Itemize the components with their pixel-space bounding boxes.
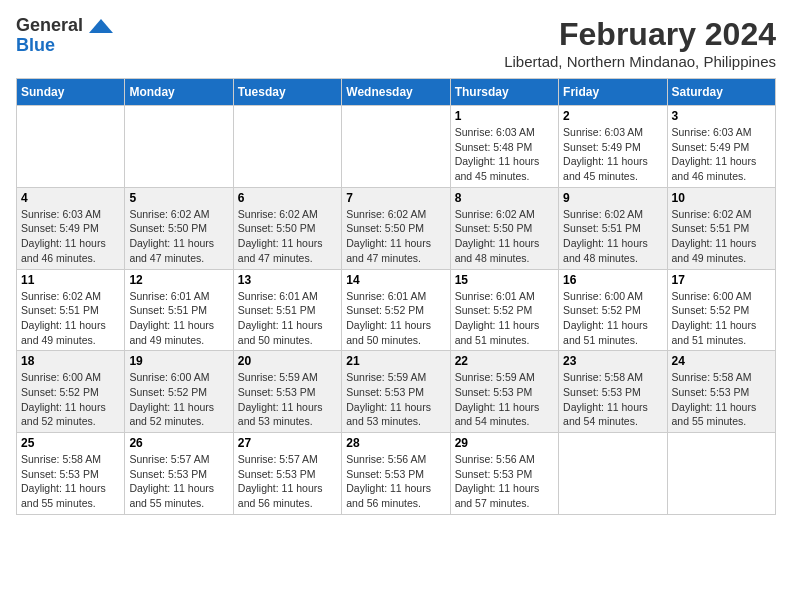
day-info: Sunrise: 6:02 AMSunset: 5:50 PMDaylight:… bbox=[238, 207, 337, 266]
calendar-cell: 27Sunrise: 5:57 AMSunset: 5:53 PMDayligh… bbox=[233, 433, 341, 515]
calendar-week-row: 11Sunrise: 6:02 AMSunset: 5:51 PMDayligh… bbox=[17, 269, 776, 351]
calendar-cell bbox=[342, 106, 450, 188]
calendar-cell: 3Sunrise: 6:03 AMSunset: 5:49 PMDaylight… bbox=[667, 106, 775, 188]
day-number: 8 bbox=[455, 191, 554, 205]
calendar-cell bbox=[559, 433, 667, 515]
calendar-cell: 25Sunrise: 5:58 AMSunset: 5:53 PMDayligh… bbox=[17, 433, 125, 515]
day-info: Sunrise: 5:58 AMSunset: 5:53 PMDaylight:… bbox=[672, 370, 771, 429]
calendar-cell: 17Sunrise: 6:00 AMSunset: 5:52 PMDayligh… bbox=[667, 269, 775, 351]
day-number: 13 bbox=[238, 273, 337, 287]
day-info: Sunrise: 6:00 AMSunset: 5:52 PMDaylight:… bbox=[672, 289, 771, 348]
calendar-cell: 20Sunrise: 5:59 AMSunset: 5:53 PMDayligh… bbox=[233, 351, 341, 433]
day-number: 22 bbox=[455, 354, 554, 368]
calendar-cell: 15Sunrise: 6:01 AMSunset: 5:52 PMDayligh… bbox=[450, 269, 558, 351]
day-number: 9 bbox=[563, 191, 662, 205]
calendar-cell: 23Sunrise: 5:58 AMSunset: 5:53 PMDayligh… bbox=[559, 351, 667, 433]
calendar-week-row: 4Sunrise: 6:03 AMSunset: 5:49 PMDaylight… bbox=[17, 187, 776, 269]
page-header: General Blue February 2024 Libertad, Nor… bbox=[16, 16, 776, 70]
day-info: Sunrise: 5:58 AMSunset: 5:53 PMDaylight:… bbox=[21, 452, 120, 511]
calendar-cell: 16Sunrise: 6:00 AMSunset: 5:52 PMDayligh… bbox=[559, 269, 667, 351]
logo-icon bbox=[87, 17, 115, 35]
day-number: 14 bbox=[346, 273, 445, 287]
day-info: Sunrise: 6:02 AMSunset: 5:51 PMDaylight:… bbox=[21, 289, 120, 348]
calendar-cell: 4Sunrise: 6:03 AMSunset: 5:49 PMDaylight… bbox=[17, 187, 125, 269]
day-number: 6 bbox=[238, 191, 337, 205]
calendar-cell: 6Sunrise: 6:02 AMSunset: 5:50 PMDaylight… bbox=[233, 187, 341, 269]
calendar-week-row: 1Sunrise: 6:03 AMSunset: 5:48 PMDaylight… bbox=[17, 106, 776, 188]
day-number: 17 bbox=[672, 273, 771, 287]
calendar-header-sunday: Sunday bbox=[17, 79, 125, 106]
day-info: Sunrise: 6:01 AMSunset: 5:52 PMDaylight:… bbox=[346, 289, 445, 348]
calendar-cell bbox=[667, 433, 775, 515]
day-info: Sunrise: 6:02 AMSunset: 5:50 PMDaylight:… bbox=[346, 207, 445, 266]
day-number: 2 bbox=[563, 109, 662, 123]
day-info: Sunrise: 5:56 AMSunset: 5:53 PMDaylight:… bbox=[455, 452, 554, 511]
day-number: 10 bbox=[672, 191, 771, 205]
calendar-cell: 24Sunrise: 5:58 AMSunset: 5:53 PMDayligh… bbox=[667, 351, 775, 433]
day-info: Sunrise: 6:01 AMSunset: 5:51 PMDaylight:… bbox=[238, 289, 337, 348]
calendar-cell: 2Sunrise: 6:03 AMSunset: 5:49 PMDaylight… bbox=[559, 106, 667, 188]
day-number: 29 bbox=[455, 436, 554, 450]
title-area: February 2024 Libertad, Northern Mindana… bbox=[504, 16, 776, 70]
calendar-cell: 19Sunrise: 6:00 AMSunset: 5:52 PMDayligh… bbox=[125, 351, 233, 433]
day-number: 3 bbox=[672, 109, 771, 123]
calendar-cell: 12Sunrise: 6:01 AMSunset: 5:51 PMDayligh… bbox=[125, 269, 233, 351]
day-info: Sunrise: 6:00 AMSunset: 5:52 PMDaylight:… bbox=[563, 289, 662, 348]
day-number: 27 bbox=[238, 436, 337, 450]
calendar-cell bbox=[17, 106, 125, 188]
calendar-header-saturday: Saturday bbox=[667, 79, 775, 106]
calendar-header-row: SundayMondayTuesdayWednesdayThursdayFrid… bbox=[17, 79, 776, 106]
calendar-cell: 11Sunrise: 6:02 AMSunset: 5:51 PMDayligh… bbox=[17, 269, 125, 351]
day-info: Sunrise: 6:01 AMSunset: 5:52 PMDaylight:… bbox=[455, 289, 554, 348]
calendar-cell: 26Sunrise: 5:57 AMSunset: 5:53 PMDayligh… bbox=[125, 433, 233, 515]
calendar-header-friday: Friday bbox=[559, 79, 667, 106]
calendar-cell: 8Sunrise: 6:02 AMSunset: 5:50 PMDaylight… bbox=[450, 187, 558, 269]
calendar-cell: 10Sunrise: 6:02 AMSunset: 5:51 PMDayligh… bbox=[667, 187, 775, 269]
location-subtitle: Libertad, Northern Mindanao, Philippines bbox=[504, 53, 776, 70]
month-year-title: February 2024 bbox=[504, 16, 776, 53]
calendar-header-tuesday: Tuesday bbox=[233, 79, 341, 106]
day-info: Sunrise: 6:03 AMSunset: 5:49 PMDaylight:… bbox=[563, 125, 662, 184]
day-number: 4 bbox=[21, 191, 120, 205]
calendar-cell: 18Sunrise: 6:00 AMSunset: 5:52 PMDayligh… bbox=[17, 351, 125, 433]
day-info: Sunrise: 6:02 AMSunset: 5:51 PMDaylight:… bbox=[563, 207, 662, 266]
day-number: 19 bbox=[129, 354, 228, 368]
logo-general: General bbox=[16, 16, 83, 36]
calendar-cell bbox=[125, 106, 233, 188]
logo: General Blue bbox=[16, 16, 115, 56]
logo-blue: Blue bbox=[16, 36, 55, 56]
day-number: 20 bbox=[238, 354, 337, 368]
day-number: 25 bbox=[21, 436, 120, 450]
day-number: 23 bbox=[563, 354, 662, 368]
day-number: 26 bbox=[129, 436, 228, 450]
day-info: Sunrise: 6:03 AMSunset: 5:49 PMDaylight:… bbox=[21, 207, 120, 266]
day-info: Sunrise: 6:01 AMSunset: 5:51 PMDaylight:… bbox=[129, 289, 228, 348]
day-info: Sunrise: 6:00 AMSunset: 5:52 PMDaylight:… bbox=[21, 370, 120, 429]
calendar-week-row: 25Sunrise: 5:58 AMSunset: 5:53 PMDayligh… bbox=[17, 433, 776, 515]
day-number: 11 bbox=[21, 273, 120, 287]
calendar-cell: 7Sunrise: 6:02 AMSunset: 5:50 PMDaylight… bbox=[342, 187, 450, 269]
day-info: Sunrise: 6:03 AMSunset: 5:48 PMDaylight:… bbox=[455, 125, 554, 184]
day-info: Sunrise: 5:59 AMSunset: 5:53 PMDaylight:… bbox=[238, 370, 337, 429]
day-info: Sunrise: 6:02 AMSunset: 5:50 PMDaylight:… bbox=[129, 207, 228, 266]
day-number: 1 bbox=[455, 109, 554, 123]
day-number: 5 bbox=[129, 191, 228, 205]
day-info: Sunrise: 5:57 AMSunset: 5:53 PMDaylight:… bbox=[238, 452, 337, 511]
day-number: 24 bbox=[672, 354, 771, 368]
calendar-cell: 5Sunrise: 6:02 AMSunset: 5:50 PMDaylight… bbox=[125, 187, 233, 269]
day-info: Sunrise: 5:59 AMSunset: 5:53 PMDaylight:… bbox=[455, 370, 554, 429]
day-info: Sunrise: 5:57 AMSunset: 5:53 PMDaylight:… bbox=[129, 452, 228, 511]
calendar-cell bbox=[233, 106, 341, 188]
calendar-cell: 13Sunrise: 6:01 AMSunset: 5:51 PMDayligh… bbox=[233, 269, 341, 351]
calendar-cell: 1Sunrise: 6:03 AMSunset: 5:48 PMDaylight… bbox=[450, 106, 558, 188]
day-number: 16 bbox=[563, 273, 662, 287]
svg-marker-0 bbox=[89, 19, 113, 33]
calendar-table: SundayMondayTuesdayWednesdayThursdayFrid… bbox=[16, 78, 776, 515]
day-number: 12 bbox=[129, 273, 228, 287]
calendar-week-row: 18Sunrise: 6:00 AMSunset: 5:52 PMDayligh… bbox=[17, 351, 776, 433]
calendar-cell: 14Sunrise: 6:01 AMSunset: 5:52 PMDayligh… bbox=[342, 269, 450, 351]
day-info: Sunrise: 6:03 AMSunset: 5:49 PMDaylight:… bbox=[672, 125, 771, 184]
day-info: Sunrise: 5:58 AMSunset: 5:53 PMDaylight:… bbox=[563, 370, 662, 429]
day-number: 7 bbox=[346, 191, 445, 205]
calendar-cell: 28Sunrise: 5:56 AMSunset: 5:53 PMDayligh… bbox=[342, 433, 450, 515]
